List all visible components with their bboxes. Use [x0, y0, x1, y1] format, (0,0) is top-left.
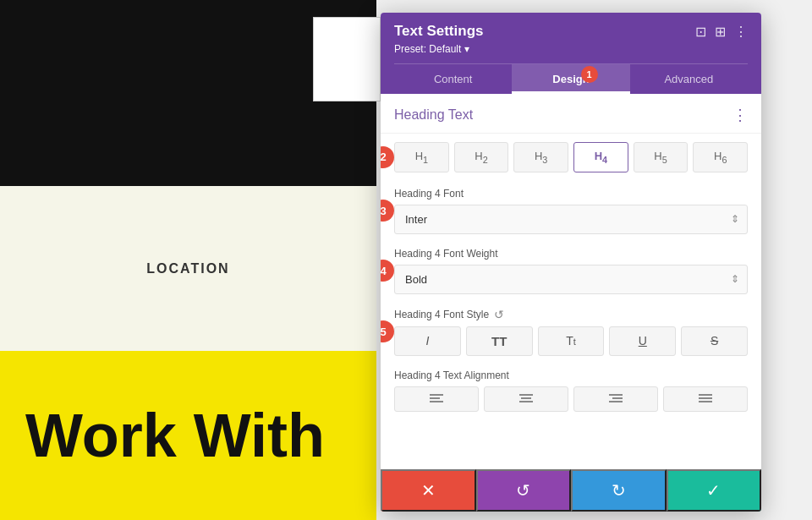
h6-button[interactable]: H6 — [693, 142, 748, 172]
save-button[interactable]: ✓ — [667, 469, 762, 512]
weight-label: Heading 4 Font Weight — [394, 248, 748, 260]
h4-button[interactable]: H4 — [573, 142, 628, 172]
align-center-icon — [519, 394, 533, 404]
responsive-icon[interactable]: ⊡ — [695, 24, 706, 40]
step-badge-5: 5 — [381, 320, 394, 342]
panel-tabs: Content Design 1 Advanced — [394, 63, 748, 94]
tab-design-wrap: Design 1 — [552, 73, 589, 85]
font-label: Heading 4 Font — [394, 188, 748, 200]
save-icon: ✓ — [706, 480, 721, 501]
align-right-button[interactable] — [573, 386, 658, 412]
reset-button[interactable]: ↺ — [476, 469, 572, 512]
h3-button[interactable]: H3 — [513, 142, 568, 172]
h1-button[interactable]: H1 — [394, 142, 449, 172]
panel-body: Heading Text ⋮ 2 H1 H2 H3 H4 H5 H6 3 Hea… — [381, 94, 761, 469]
svg-rect-9 — [612, 397, 623, 399]
section-options-icon[interactable]: ⋮ — [732, 106, 748, 124]
svg-rect-10 — [609, 401, 623, 402]
font-select[interactable]: Inter Roboto Open Sans Lato — [394, 205, 748, 234]
cancel-icon: ✕ — [421, 480, 436, 501]
svg-rect-4 — [519, 394, 533, 396]
yellow-area: Work With — [0, 351, 376, 520]
panel-title-row: Text Settings ⊡ ⊞ ⋮ — [394, 23, 748, 40]
style-label: Heading 4 Font Style — [394, 309, 489, 320]
section-header: Heading Text ⋮ — [381, 94, 761, 134]
align-right-icon — [609, 394, 623, 404]
black-header-area — [0, 0, 376, 186]
tab-advanced[interactable]: Advanced — [630, 64, 748, 94]
svg-rect-0 — [430, 394, 443, 396]
redo-button[interactable]: ↻ — [571, 469, 667, 512]
alignment-label: Heading 4 Text Alignment — [394, 369, 748, 381]
style-reset-icon[interactable]: ↺ — [494, 308, 504, 321]
align-center-button[interactable] — [484, 386, 568, 412]
step-badge-3: 3 — [381, 200, 394, 222]
tab-content[interactable]: Content — [394, 64, 512, 94]
h2-button[interactable]: H2 — [454, 142, 509, 172]
tab-advanced-label: Advanced — [664, 73, 713, 85]
tab-content-label: Content — [434, 73, 473, 85]
style-buttons-row: I TT Tt U S — [394, 326, 748, 356]
tab-design[interactable]: Design 1 — [512, 64, 629, 94]
italic-button[interactable]: I — [394, 326, 461, 356]
underline-button[interactable]: U — [609, 326, 676, 356]
font-section: 3 Heading 4 Font Inter Roboto Open Sans … — [381, 181, 761, 241]
weight-select[interactable]: Bold Normal Light Extra Bold — [394, 265, 748, 294]
svg-rect-1 — [430, 397, 440, 399]
align-justify-button[interactable] — [663, 386, 748, 412]
font-select-wrap: Inter Roboto Open Sans Lato — [394, 205, 748, 234]
svg-rect-13 — [699, 397, 712, 399]
weight-section: 4 Heading 4 Font Weight Bold Normal Ligh… — [381, 241, 761, 301]
location-label: LOCATION — [146, 261, 229, 276]
weight-select-wrap: Bold Normal Light Extra Bold — [394, 265, 748, 294]
more-icon[interactable]: ⋮ — [734, 24, 748, 40]
panel-title-icons: ⊡ ⊞ ⋮ — [695, 24, 748, 40]
alignment-buttons — [394, 386, 748, 412]
style-label-row: Heading 4 Font Style ↺ — [394, 308, 748, 321]
reset-icon: ↺ — [516, 480, 530, 501]
design-badge: 1 — [581, 66, 598, 83]
section-title: Heading Text — [394, 107, 473, 123]
text-settings-panel: Text Settings ⊡ ⊞ ⋮ Preset: Default ▾ Co… — [381, 13, 761, 512]
heading-buttons-row: 2 H1 H2 H3 H4 H5 H6 — [381, 134, 761, 181]
alignment-section: Heading 4 Text Alignment — [381, 363, 761, 419]
white-box — [313, 17, 381, 101]
style-section: 5 Heading 4 Font Style ↺ I TT Tt U S — [381, 301, 761, 363]
svg-rect-6 — [519, 401, 533, 402]
grid-icon[interactable]: ⊞ — [715, 24, 726, 40]
align-left-icon — [430, 394, 443, 404]
align-justify-icon — [699, 394, 712, 404]
align-left-button[interactable] — [394, 386, 479, 412]
work-with-text: Work With — [25, 405, 325, 466]
svg-rect-8 — [609, 394, 623, 396]
capitalize-button[interactable]: Tt — [538, 326, 605, 356]
svg-rect-12 — [699, 394, 712, 396]
step-badge-2: 2 — [381, 146, 394, 168]
svg-rect-2 — [430, 401, 443, 402]
h5-button[interactable]: H5 — [634, 142, 689, 172]
panel-preset[interactable]: Preset: Default ▾ — [394, 43, 748, 55]
cancel-button[interactable]: ✕ — [381, 469, 476, 512]
svg-rect-5 — [521, 397, 531, 399]
panel-header: Text Settings ⊡ ⊞ ⋮ Preset: Default ▾ Co… — [381, 13, 761, 94]
step-badge-4: 4 — [381, 260, 394, 282]
svg-rect-14 — [699, 401, 712, 402]
strikethrough-button[interactable]: S — [681, 326, 748, 356]
panel-title: Text Settings — [394, 23, 483, 40]
panel-footer: ✕ ↺ ↻ ✓ — [381, 469, 761, 512]
location-area: LOCATION — [0, 186, 376, 351]
redo-icon: ↻ — [612, 480, 626, 501]
uppercase-button[interactable]: TT — [466, 326, 533, 356]
style-buttons: I TT Tt U S — [394, 326, 748, 356]
